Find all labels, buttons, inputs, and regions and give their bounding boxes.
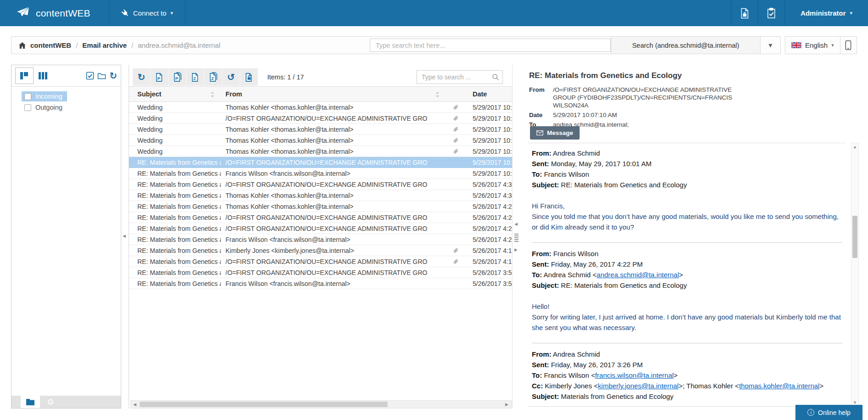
breadcrumb-item-contentweb[interactable]: contentWEB	[30, 41, 71, 49]
table-row[interactable]: WeddingThomas Kohler <thomas.kohler@ta.i…	[129, 135, 512, 146]
svg-text:P: P	[157, 76, 160, 81]
collapse-left-icon[interactable]: ◀	[123, 234, 126, 238]
email-address-link[interactable]: thomas.kohler@ta.internal	[739, 382, 819, 390]
search-options-dropdown[interactable]: ▾	[760, 37, 780, 54]
scrollbar-thumb[interactable]	[852, 216, 857, 258]
sort-icon[interactable]	[435, 91, 440, 99]
export-zip-icon[interactable]: Z	[186, 68, 204, 86]
folders-tab[interactable]	[21, 396, 40, 408]
refresh-icon[interactable]: ↻	[109, 71, 117, 80]
message-body-text: Hi Francis,Since you told me that you do…	[532, 201, 843, 232]
row-subject: RE: Materials from Genetics and Ecology	[129, 236, 221, 243]
message-header-line: From: Francis Wilson	[532, 248, 843, 259]
table-row[interactable]: RE: Materials from Genetics and EcologyF…	[129, 168, 512, 179]
table-row[interactable]: RE: Materials from Genetics and Ecology/…	[129, 179, 512, 190]
right-splitter[interactable]: ◀ ▶	[512, 65, 520, 409]
global-search-input[interactable]	[370, 39, 611, 52]
restore-icon[interactable]: ↺	[222, 68, 240, 86]
row-subject: RE: Materials from Genetics and Ecology	[129, 159, 221, 166]
sort-icon[interactable]	[210, 91, 214, 99]
table-row[interactable]: RE: Materials from Genetics and Ecology/…	[129, 223, 512, 234]
folder-checkbox[interactable]	[24, 93, 31, 100]
user-menu[interactable]: Administrator ▾	[784, 0, 868, 26]
message-tab-button[interactable]: Message	[530, 126, 580, 140]
top-navbar: contentWEB Connect to ▾ Administrator ▾	[0, 0, 868, 26]
table-row[interactable]: RE: Materials from Genetics and Ecology/…	[129, 212, 512, 223]
row-subject: Wedding	[129, 148, 221, 155]
document-lock-icon[interactable]	[731, 0, 758, 26]
paperclip-icon	[446, 115, 465, 122]
legal-hold-icon[interactable]	[240, 68, 258, 86]
table-row[interactable]: RE: Materials from Genetics and EcologyT…	[129, 190, 512, 201]
table-row[interactable]: RE: Materials from Genetics and EcologyF…	[129, 278, 512, 289]
table-row[interactable]: Wedding/O=FIRST ORGANIZATION/OU=EXCHANGE…	[129, 113, 512, 124]
table-row[interactable]: RE: Materials from Genetics and EcologyF…	[129, 234, 512, 245]
gear-icon[interactable]: ⚙	[47, 398, 54, 406]
table-row[interactable]: WeddingThomas Kohler <thomas.kohler@ta.i…	[129, 124, 512, 135]
quoted-message: From: Andrea SchmidSent: Friday, May 26,…	[532, 349, 843, 407]
row-date: 5/29/2017 10:3	[465, 148, 512, 155]
scroll-up-icon[interactable]: ▲	[851, 145, 858, 149]
folder-checkbox[interactable]	[24, 104, 31, 111]
table-row[interactable]: RE: Materials from Genetics and EcologyK…	[129, 245, 512, 256]
search-icon[interactable]	[492, 73, 499, 83]
list-search-input[interactable]	[417, 70, 503, 84]
meta-date-label: Date	[529, 111, 553, 119]
export-pdf-all-icon[interactable]: P	[169, 68, 186, 86]
list-toolbar: ↻PPZZ↺ Items: 1 / 17	[133, 68, 508, 86]
table-row[interactable]: RE: Materials from Genetics and Ecology/…	[129, 267, 512, 278]
scroll-down-icon[interactable]: ▼	[851, 400, 858, 405]
home-icon[interactable]	[19, 42, 26, 49]
mobile-view-button[interactable]	[840, 37, 857, 54]
horizontal-scrollbar[interactable]: ◀ ▶	[130, 400, 512, 409]
table-row[interactable]: RE: Materials from Genetics and Ecology/…	[129, 256, 512, 267]
table-row[interactable]: WeddingThomas Kohler <thomas.kohler@ta.i…	[129, 102, 512, 113]
collapse-icon[interactable]: ◀	[514, 222, 518, 226]
row-subject: RE: Materials from Genetics and Ecology	[129, 192, 221, 199]
folder-item-incoming[interactable]: Incoming	[22, 91, 67, 101]
sidebar-header: ↻	[11, 65, 121, 87]
folder-icon[interactable]	[97, 72, 106, 79]
scroll-right-icon[interactable]: ▶	[503, 402, 511, 407]
expand-icon[interactable]: ▶	[514, 247, 518, 252]
column-header-date[interactable]: Date	[465, 87, 512, 101]
export-zip-all-icon[interactable]: Z	[204, 68, 222, 86]
layout-view-toggle[interactable]	[15, 67, 34, 84]
columns-view-toggle[interactable]	[34, 67, 52, 84]
left-splitter[interactable]: ◀	[121, 65, 129, 409]
table-row[interactable]: RE: Materials from Genetics and Ecology/…	[129, 157, 512, 168]
row-subject: RE: Materials from Genetics and Ecology	[129, 269, 221, 276]
meta-from-value: /O=FIRST ORGANIZATION/OU=EXCHANGE ADMINI…	[553, 86, 755, 109]
table-row[interactable]: WeddingThomas Kohler <thomas.kohler@ta.i…	[129, 146, 512, 157]
brand[interactable]: contentWEB	[0, 0, 109, 26]
language-menu[interactable]: English ▾	[785, 37, 840, 54]
export-pdf-icon[interactable]: P	[151, 68, 169, 86]
refresh-icon[interactable]: ↻	[133, 68, 151, 86]
column-header-attachment[interactable]	[446, 87, 465, 101]
scroll-left-icon[interactable]: ◀	[131, 402, 139, 407]
message-header-line: To: Francis Wilson <francis.wilson@ta.in…	[532, 370, 843, 381]
email-address-link[interactable]: andrea.schmid@ta.internal	[597, 271, 679, 279]
column-header-subject[interactable]: Subject	[129, 87, 221, 101]
email-address-link[interactable]: kimberly.jones@ta.internal	[598, 382, 679, 390]
paper-plane-logo-icon	[16, 6, 30, 21]
folder-item-outgoing[interactable]: Outgoing	[22, 102, 67, 112]
select-all-icon[interactable]	[86, 72, 94, 80]
online-help-button[interactable]: i Online help	[795, 405, 862, 420]
row-date: 5/29/2017 10:3	[465, 104, 512, 111]
breadcrumb-item-email-archive[interactable]: Email archive	[82, 41, 127, 49]
row-subject: RE: Materials from Genetics and Ecology	[129, 214, 221, 221]
connect-to-menu[interactable]: Connect to ▾	[109, 0, 186, 26]
scrollbar-thumb[interactable]	[140, 402, 388, 407]
list-toolbar-icons: ↻PPZZ↺	[133, 68, 258, 86]
connect-to-label: Connect to	[133, 9, 167, 17]
table-row[interactable]: RE: Materials from Genetics and EcologyT…	[129, 201, 512, 212]
vertical-scrollbar[interactable]: ▲ ▼	[851, 143, 859, 407]
tasks-clipboard-icon[interactable]	[758, 0, 784, 26]
svg-text:Z: Z	[211, 76, 214, 81]
column-header-from[interactable]: From	[221, 87, 446, 101]
splitter-grip[interactable]	[514, 234, 519, 243]
search-mailbox-button[interactable]: Search (andrea.schmid@ta.internal)	[611, 37, 760, 54]
email-address-link[interactable]: francis.wilson@ta.internal	[595, 371, 674, 379]
row-date: 5/26/2017 4:15	[465, 258, 512, 265]
